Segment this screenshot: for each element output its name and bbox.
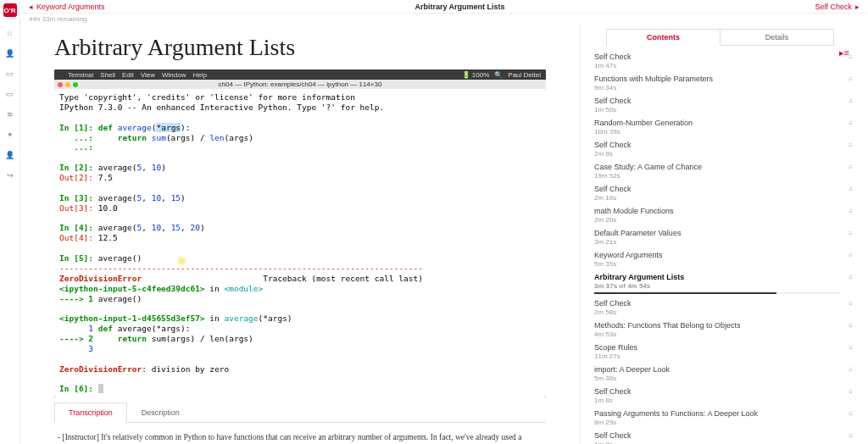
- prev-link[interactable]: ◂ Keyword Arguments: [29, 3, 105, 11]
- bookmark-icon[interactable]: ≡: [841, 273, 853, 281]
- toc-item[interactable]: Self Check1m 8s≡: [593, 384, 854, 406]
- page-title: Arbitrary Argument Lists: [54, 34, 546, 61]
- bookmark-icon[interactable]: ≡: [841, 141, 853, 149]
- tab-details[interactable]: Details: [721, 29, 834, 46]
- mac-menubar: TerminalShellEditViewWindowHelp 🔋 100%🔍P…: [54, 69, 546, 80]
- toc-item[interactable]: Passing Arguments to Functions: A Deeper…: [593, 406, 854, 428]
- toc-item[interactable]: Self Check2m 16s≡: [593, 181, 854, 203]
- bookmark-icon[interactable]: ≡: [841, 207, 853, 215]
- bookmark-icon[interactable]: ≡: [841, 321, 853, 330]
- brand-logo[interactable]: O'R: [3, 3, 17, 17]
- toc-duration: 4m 53s: [594, 330, 841, 338]
- video-icon[interactable]: ▭: [6, 90, 14, 98]
- time-remaining: 44h 33m remaining: [20, 14, 868, 24]
- bookmark-icon[interactable]: ≡: [841, 97, 853, 105]
- book-icon[interactable]: ▭: [6, 69, 14, 78]
- toc-title: Scope Rules: [594, 343, 841, 352]
- toc-title: math Module Functions: [594, 207, 841, 215]
- toc-title: Self Check: [594, 299, 841, 308]
- toc-duration: 5m 35s: [594, 260, 841, 268]
- toc-item[interactable]: Methods: Functions That Belong to Object…: [593, 318, 854, 340]
- user-icon[interactable]: 👤: [6, 49, 14, 58]
- toc-duration: 2m 58s: [594, 308, 841, 316]
- toc-title: Self Check: [594, 185, 841, 193]
- toc-duration: 2m 9s: [594, 150, 841, 158]
- toc-item[interactable]: Self Check1m 47s≡: [593, 49, 854, 71]
- bookmark-icon[interactable]: ≡: [841, 299, 853, 308]
- bookmark-icon[interactable]: ≡: [841, 185, 853, 193]
- menubar-status: 🔍: [494, 71, 503, 79]
- toc-item[interactable]: Scope Rules11m 27s≡: [593, 340, 854, 362]
- bookmark-icon[interactable]: ≡: [841, 343, 853, 352]
- toc-item[interactable]: math Module Functions2m 20s≡: [593, 203, 854, 225]
- toc-item[interactable]: Arbitrary Argument Lists3m 37s of 4m 54s…: [593, 269, 854, 296]
- toc-title: Self Check: [594, 53, 841, 61]
- toc-item[interactable]: Self Check1m 50s≡: [593, 93, 854, 115]
- sidebar: ▸≡ Contents Details Self Check1m 47s≡Fun…: [580, 24, 860, 444]
- bookmark-icon[interactable]: ≡: [841, 409, 853, 418]
- toc-title: Arbitrary Argument Lists: [594, 273, 841, 281]
- bookmark-icon[interactable]: ≡: [841, 251, 853, 259]
- menubar-item: Edit: [122, 71, 134, 79]
- toc-title: Keyword Arguments: [594, 251, 841, 259]
- bookmark-icon[interactable]: ≡: [841, 119, 853, 127]
- transcript-text: - [Instructor] It's relatively common in…: [54, 423, 546, 444]
- prev-label: Keyword Arguments: [36, 3, 105, 11]
- menubar-item: Shell: [100, 71, 115, 79]
- toc-item[interactable]: Functions with Multiple Parameters9m 34s…: [593, 71, 854, 93]
- collapse-sidebar-icon[interactable]: ▸≡: [834, 47, 854, 58]
- toc-duration: 11m 27s: [594, 352, 841, 360]
- bookmark-icon[interactable]: ≡: [841, 387, 853, 396]
- bookmark-icon[interactable]: ≡: [841, 431, 853, 440]
- toc-title: Self Check: [594, 431, 841, 440]
- chevron-right-icon: ▸: [855, 3, 860, 11]
- video-frame[interactable]: TerminalShellEditViewWindowHelp 🔋 100%🔍P…: [54, 69, 546, 397]
- toc-duration: 9m 34s: [594, 84, 841, 92]
- left-rail: O'R ⌂ 👤 ▭ ▭ ≋ ✦ 👤 ↪: [0, 0, 20, 444]
- path-icon[interactable]: ≋: [6, 110, 14, 119]
- terminal-title: ch04 — IPython: examples/ch04 — ipython …: [219, 80, 382, 88]
- toc-title: Default Parameter Values: [594, 229, 841, 237]
- content-tabs: Transcription Description: [54, 402, 546, 423]
- toc-title: Self Check: [594, 387, 841, 396]
- toc-list: Self Check1m 47s≡Functions with Multiple…: [581, 49, 860, 444]
- toc-duration: 3m 37s of 4m 54s: [594, 282, 841, 290]
- close-dot-icon: [58, 82, 63, 87]
- toc-title: Passing Arguments to Functions: A Deeper…: [594, 409, 841, 418]
- menubar-status: Paul Deitel: [508, 71, 541, 79]
- bookmark-icon[interactable]: ≡: [841, 163, 853, 171]
- tab-transcription[interactable]: Transcription: [54, 402, 127, 423]
- menubar-item: Help: [192, 71, 206, 79]
- bookmark-icon[interactable]: ≡: [841, 75, 853, 83]
- menubar-item: View: [141, 71, 155, 79]
- toc-item[interactable]: Self Check1m 2s≡: [593, 428, 854, 444]
- terminal-body: Type 'copyright', 'credits' or 'license'…: [54, 89, 546, 397]
- tab-contents[interactable]: Contents: [606, 29, 721, 46]
- toc-duration: 1m 8s: [594, 397, 841, 404]
- answers-icon[interactable]: ✦: [6, 130, 14, 139]
- toc-title: import: A Deeper Look: [594, 365, 841, 374]
- toc-item[interactable]: Case Study: A Game of Chance19m 52s≡: [593, 159, 854, 181]
- profile-icon[interactable]: 👤: [6, 151, 14, 159]
- toc-item[interactable]: Keyword Arguments5m 35s≡: [593, 247, 854, 269]
- toc-item[interactable]: Self Check2m 9s≡: [593, 137, 854, 159]
- min-dot-icon: [65, 82, 70, 87]
- bookmark-icon[interactable]: ≡: [841, 229, 853, 237]
- toc-duration: 10m 39s: [594, 128, 841, 136]
- next-link[interactable]: Self Check ▸: [815, 3, 860, 11]
- toc-title: Random-Number Generation: [594, 119, 841, 127]
- toc-item[interactable]: Random-Number Generation10m 39s≡: [593, 115, 854, 137]
- toc-item[interactable]: Self Check2m 58s≡: [593, 296, 854, 318]
- bookmark-icon[interactable]: ≡: [841, 365, 853, 374]
- settings-icon[interactable]: ↪: [6, 171, 14, 180]
- chevron-left-icon: ◂: [29, 3, 33, 11]
- toc-item[interactable]: Default Parameter Values3m 21s≡: [593, 225, 854, 247]
- toc-item[interactable]: import: A Deeper Look5m 38s≡: [593, 362, 854, 384]
- tab-description[interactable]: Description: [127, 402, 194, 422]
- toc-title: Case Study: A Game of Chance: [594, 163, 841, 171]
- next-label: Self Check: [815, 3, 852, 11]
- home-icon[interactable]: ⌂: [6, 29, 14, 37]
- toc-duration: 2m 20s: [594, 216, 841, 224]
- max-dot-icon: [73, 82, 78, 87]
- toc-duration: 1m 47s: [594, 62, 841, 69]
